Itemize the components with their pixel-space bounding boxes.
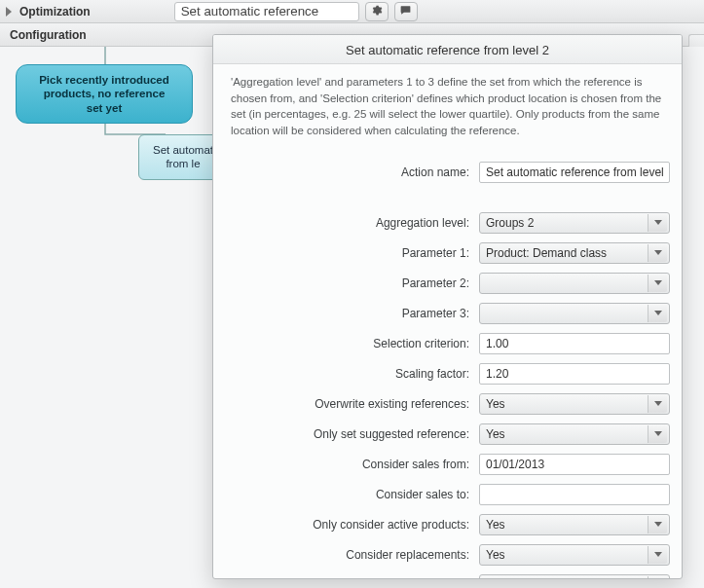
label-active-products: Only consider active products: xyxy=(231,518,479,532)
input-sales-to[interactable] xyxy=(479,484,670,505)
chevron-down-icon xyxy=(648,244,667,262)
select-replacements[interactable]: Yes xyxy=(479,544,670,566)
label-only-suggested: Only set suggested reference: xyxy=(231,427,479,441)
flow-node-label: Set automat from le xyxy=(153,144,213,169)
chevron-down-icon xyxy=(648,425,667,443)
chevron-down-icon xyxy=(648,546,667,564)
flow-node-label: Pick recently introduced products, no re… xyxy=(39,74,169,114)
input-sales-from[interactable] xyxy=(479,454,670,475)
label-replacements: Consider replacements: xyxy=(231,548,479,562)
comment-button[interactable] xyxy=(394,2,418,21)
gear-icon xyxy=(370,4,383,19)
label-scaling-factor: Scaling factor: xyxy=(231,367,479,381)
config-label[interactable]: Configuration xyxy=(10,28,87,42)
speech-bubble-icon xyxy=(399,4,412,19)
label-sales-to: Consider sales to: xyxy=(231,488,479,501)
chevron-down-icon xyxy=(648,305,667,322)
chevron-down-icon xyxy=(648,576,667,579)
expand-icon[interactable] xyxy=(6,7,12,17)
input-selection-criterion[interactable] xyxy=(479,333,670,354)
select-param3[interactable] xyxy=(479,303,670,324)
chevron-down-icon xyxy=(648,275,667,292)
select-param2[interactable] xyxy=(479,273,670,294)
input-scaling-factor[interactable] xyxy=(479,363,670,385)
input-action-name[interactable] xyxy=(479,162,670,183)
label-action-name: Action name: xyxy=(231,165,479,179)
label-param1: Parameter 1: xyxy=(231,246,479,260)
action-name-display[interactable] xyxy=(174,2,359,21)
label-aggregation-level: Aggregation level: xyxy=(231,216,479,230)
chevron-down-icon xyxy=(648,395,667,413)
label-references: Consider references: xyxy=(231,578,479,579)
label-selection-criterion: Selection criterion: xyxy=(231,337,479,350)
select-active-products[interactable]: Yes xyxy=(479,514,670,535)
select-overwrite-existing[interactable]: Yes xyxy=(479,393,670,415)
label-param3: Parameter 3: xyxy=(231,307,479,320)
dialog-set-automatic-reference: Set automatic reference from level 2 'Ag… xyxy=(212,34,683,579)
tab-label-optimization[interactable]: Optimization xyxy=(19,5,91,18)
dialog-title: Set automatic reference from level 2 xyxy=(213,35,682,64)
settings-button[interactable] xyxy=(365,2,389,21)
dialog-description: 'Aggregation level' and parameters 1 to … xyxy=(213,64,682,147)
chevron-down-icon xyxy=(648,214,667,232)
topbar: Optimization xyxy=(0,0,704,23)
label-overwrite-existing: Overwrite existing references: xyxy=(231,397,479,411)
flow-node-pick-recent[interactable]: Pick recently introduced products, no re… xyxy=(16,64,193,124)
select-param1[interactable]: Product: Demand class xyxy=(479,242,670,264)
select-references[interactable]: Yes xyxy=(479,574,670,579)
label-sales-from: Consider sales from: xyxy=(231,458,479,471)
chevron-down-icon xyxy=(648,516,667,533)
select-aggregation-level[interactable]: Groups 2 xyxy=(479,212,670,234)
select-only-suggested[interactable]: Yes xyxy=(479,423,670,445)
dialog-form: Action name: Aggregation level: Groups 2… xyxy=(213,147,682,579)
label-param2: Parameter 2: xyxy=(231,276,479,290)
